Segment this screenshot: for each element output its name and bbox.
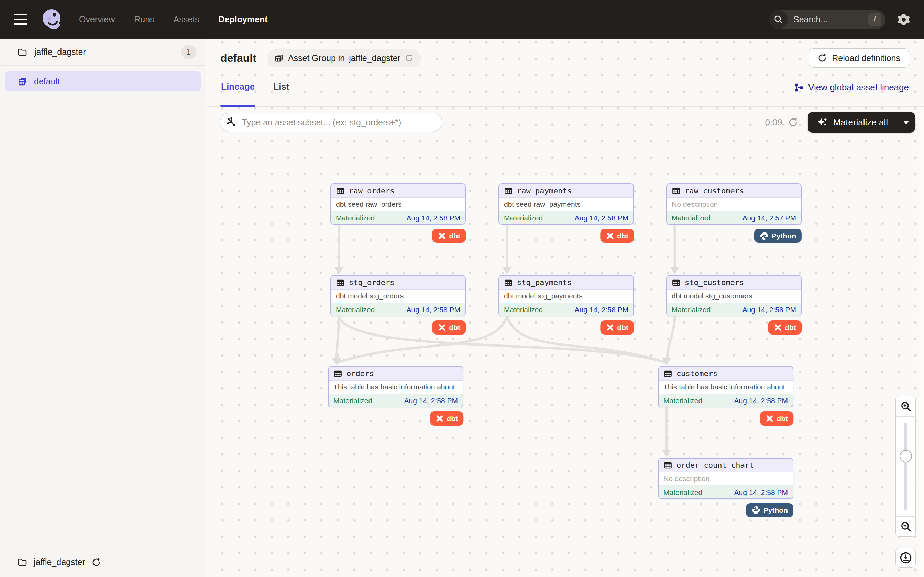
asset-group-icon: [18, 76, 28, 87]
asset-subset-input[interactable]: [220, 113, 443, 132]
scrollbar-track[interactable]: [919, 107, 924, 577]
refresh-icon[interactable]: [788, 117, 798, 127]
asset-node-orders[interactable]: orders This table has basic information …: [328, 366, 464, 407]
sparkles-icon: [817, 116, 829, 128]
zoom-slider[interactable]: [896, 416, 915, 517]
sidebar-repo-row[interactable]: jaffle_dagster 1: [0, 39, 206, 66]
sidebar-item-default[interactable]: default: [5, 71, 201, 91]
asset-description: dbt model stg_orders: [331, 290, 465, 303]
refresh-icon[interactable]: [405, 53, 414, 63]
sidebar: jaffle_dagster 1 default jaffle_dagster: [0, 39, 206, 577]
table-icon: [333, 369, 342, 378]
materialized-status: Materialized: [333, 397, 372, 405]
asset-name: orders: [347, 369, 374, 378]
nav-link-runs[interactable]: Runs: [134, 15, 154, 24]
asset-description: dbt model stg_customers: [667, 290, 801, 303]
dagster-logo-icon[interactable]: [40, 8, 64, 31]
download-image-button[interactable]: [895, 548, 916, 568]
asset-group-pill: Asset Group in jaffle_dagster: [267, 49, 421, 67]
asset-status-row: Materialized Aug 14, 2:58 PM: [659, 394, 793, 407]
refresh-icon: [817, 53, 827, 63]
asset-description: This table has basic information about .…: [659, 380, 793, 394]
dbt-badge: dbt: [432, 321, 466, 335]
asset-node-stg_payments[interactable]: stg_payments dbt model stg_payments Mate…: [498, 275, 634, 316]
materialize-all-button[interactable]: Materialize all: [808, 112, 915, 132]
view-global-asset-lineage-link[interactable]: View global asset lineage: [794, 77, 909, 93]
asset-node-header: raw_orders: [331, 184, 465, 198]
materialized-status: Materialized: [664, 488, 702, 496]
tab-lineage[interactable]: Lineage: [220, 77, 255, 107]
asset-node-header: raw_customers: [667, 184, 801, 198]
dbt-logo-icon: [438, 232, 446, 240]
asset-name: stg_orders: [349, 278, 394, 287]
folder-icon: [17, 557, 27, 567]
dbt-logo-icon: [606, 323, 614, 332]
asset-name: order_count_chart: [677, 461, 754, 469]
asset-status-row: Materialized Aug 14, 2:58 PM: [331, 211, 465, 225]
materialized-timestamp[interactable]: Aug 14, 2:58 PM: [743, 306, 796, 314]
asset-name: raw_customers: [685, 187, 744, 195]
asset-name: stg_payments: [517, 278, 572, 287]
asset-status-row: Materialized Aug 14, 2:58 PM: [499, 303, 633, 316]
zoom-out-button[interactable]: [896, 517, 915, 537]
materialized-timestamp[interactable]: Aug 14, 2:58 PM: [575, 306, 628, 314]
zoom-panel: [895, 396, 916, 537]
asset-node-raw_customers[interactable]: raw_customers No description Materialize…: [666, 184, 801, 225]
asset-node-stg_customers[interactable]: stg_customers dbt model stg_customers Ma…: [666, 275, 801, 316]
asset-group-repo-link[interactable]: jaffle_dagster: [349, 53, 401, 63]
nav-link-overview[interactable]: Overview: [79, 15, 115, 24]
materialized-status: Materialized: [672, 214, 711, 222]
asset-node-raw_orders[interactable]: raw_orders dbt seed raw_orders Materiali…: [330, 184, 466, 225]
asset-name: raw_payments: [517, 187, 572, 195]
materialized-status: Materialized: [664, 397, 702, 405]
nav-link-assets[interactable]: Assets: [174, 15, 199, 24]
lineage-graph-icon: [794, 82, 804, 93]
asset-name: stg_customers: [685, 278, 744, 287]
search-shortcut-key: /: [868, 13, 881, 26]
search-input[interactable]: Search... /: [769, 10, 885, 29]
asset-node-customers[interactable]: customers This table has basic informati…: [658, 366, 793, 407]
materialized-status: Materialized: [504, 214, 543, 222]
asset-node-stg_orders[interactable]: stg_orders dbt model stg_orders Material…: [330, 275, 466, 316]
asset-node-raw_payments[interactable]: raw_payments dbt seed raw_payments Mater…: [498, 184, 634, 225]
refresh-icon[interactable]: [91, 558, 101, 567]
zoom-in-button[interactable]: [896, 396, 915, 416]
asset-node-header: raw_payments: [499, 184, 633, 198]
materialized-timestamp[interactable]: Aug 14, 2:58 PM: [734, 488, 788, 496]
materialize-dropdown-button[interactable]: [897, 112, 915, 132]
materialized-timestamp[interactable]: Aug 14, 2:58 PM: [407, 306, 460, 314]
asset-node-order_count_chart[interactable]: order_count_chart No description Materia…: [658, 458, 793, 499]
materialized-timestamp[interactable]: Aug 14, 2:58 PM: [404, 397, 458, 405]
lineage-canvas[interactable]: 0:09 Materialize all: [207, 107, 924, 577]
table-icon: [672, 278, 681, 287]
asset-description: No description: [667, 198, 801, 211]
asset-node-header: stg_orders: [331, 276, 465, 290]
asset-status-row: Materialized Aug 14, 2:58 PM: [331, 303, 465, 316]
page-header: default Asset Group in jaffle_dagster Re…: [207, 39, 924, 77]
asset-node-header: customers: [659, 367, 793, 380]
refresh-timer: 0:09: [765, 117, 782, 128]
hamburger-menu-icon[interactable]: [14, 14, 29, 25]
dbt-badge: dbt: [600, 321, 634, 335]
tab-list[interactable]: List: [273, 77, 290, 107]
repo-count-badge: 1: [181, 45, 196, 60]
asset-node-header: stg_customers: [667, 276, 801, 290]
dbt-logo-icon: [438, 323, 446, 332]
zoom-slider-handle[interactable]: [900, 450, 912, 462]
asset-group-icon: [274, 53, 284, 63]
materialize-all-label: Materialize all: [833, 117, 888, 128]
reload-definitions-button[interactable]: Reload definitions: [809, 48, 909, 68]
settings-gear-icon[interactable]: [897, 13, 910, 26]
table-icon: [664, 461, 672, 470]
materialized-timestamp[interactable]: Aug 14, 2:58 PM: [734, 397, 788, 405]
asset-node-header: stg_payments: [499, 276, 633, 290]
reload-definitions-label: Reload definitions: [832, 53, 900, 63]
materialized-timestamp[interactable]: Aug 14, 2:57 PM: [743, 214, 796, 222]
nav-link-deployment[interactable]: Deployment: [219, 15, 268, 24]
asset-description: dbt seed raw_payments: [499, 198, 633, 211]
materialized-timestamp[interactable]: Aug 14, 2:58 PM: [575, 214, 628, 222]
top-nav: OverviewRunsAssetsDeployment Search... /: [0, 0, 924, 39]
view-global-asset-lineage-label: View global asset lineage: [808, 82, 909, 93]
materialized-status: Materialized: [672, 306, 711, 314]
materialized-timestamp[interactable]: Aug 14, 2:58 PM: [407, 214, 460, 222]
